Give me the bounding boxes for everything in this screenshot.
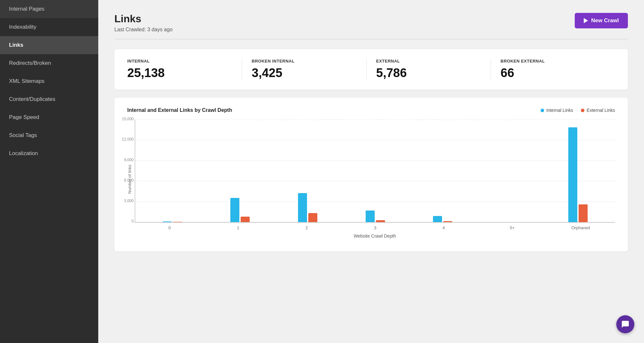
legend-item: Internal Links [541, 108, 573, 113]
x-axis-label: 4 [409, 225, 478, 230]
x-axis: 012345+Orphaned [135, 223, 615, 230]
chart-card: Internal and External Links by Crawl Dep… [114, 98, 628, 251]
legend-dot [541, 109, 544, 112]
x-axis-label: 3 [341, 225, 409, 230]
sidebar-item-redirects-broken[interactable]: Redirects/Broken [0, 54, 98, 72]
bar-group [206, 198, 274, 222]
sidebar-item-localization[interactable]: Localization [0, 144, 98, 162]
stat-value: 66 [501, 66, 605, 80]
bar-internal [366, 211, 375, 222]
bar-internal [230, 198, 239, 222]
chart-area: Number of links 15,00012,0009,0006,0003,… [127, 120, 615, 239]
stat-label: INTERNAL [127, 59, 232, 64]
x-axis-label: 1 [204, 225, 273, 230]
header-divider [114, 39, 628, 39]
stat-item-broken-external: BROKEN EXTERNAL 66 [491, 59, 615, 80]
title-section: Links Last Crawled: 3 days ago [114, 13, 173, 33]
page-title: Links [114, 13, 173, 25]
sidebar-item-internal-pages[interactable]: Internal Pages [0, 0, 98, 18]
stat-label: BROKEN EXTERNAL [501, 59, 605, 64]
stat-item-external: EXTERNAL 5,786 [367, 59, 491, 80]
x-axis-title: Website Crawl Depth [135, 233, 615, 239]
chat-icon [621, 320, 630, 328]
chart-legend: Internal Links External Links [541, 108, 615, 113]
sidebar-item-xml-sitemaps[interactable]: XML Sitemaps [0, 72, 98, 90]
bar-group [544, 127, 612, 222]
bar-group [341, 211, 409, 222]
stat-label: EXTERNAL [376, 59, 481, 64]
x-axis-label: Orphaned [546, 225, 615, 230]
stat-value: 3,425 [252, 66, 356, 80]
legend-dot [581, 109, 584, 112]
sidebar-item-indexability[interactable]: Indexability [0, 18, 98, 36]
bar-group [274, 193, 341, 222]
chart-plot: 15,00012,0009,0006,0003,0000 [135, 120, 615, 223]
bar-group [139, 221, 206, 222]
sidebar-item-links[interactable]: Links [0, 36, 98, 54]
bar-external [376, 220, 385, 222]
stat-item-internal: INTERNAL 25,138 [127, 59, 242, 80]
x-axis-label: 2 [272, 225, 341, 230]
y-axis-label: Number of links [127, 120, 132, 239]
play-icon [584, 18, 588, 23]
sidebar-item-content-duplicates[interactable]: Content/Duplicates [0, 90, 98, 108]
bar-internal [298, 193, 307, 222]
stat-label: BROKEN INTERNAL [252, 59, 356, 64]
new-crawl-button[interactable]: New Crawl [575, 13, 628, 28]
bar-external [579, 204, 588, 222]
stat-item-broken-internal: BROKEN INTERNAL 3,425 [242, 59, 366, 80]
sidebar-item-page-speed[interactable]: Page Speed [0, 108, 98, 126]
main-content: Links Last Crawled: 3 days ago New Crawl… [98, 0, 644, 343]
legend-label: External Links [587, 108, 615, 113]
x-axis-label: 0 [135, 225, 204, 230]
bar-external [308, 213, 317, 222]
sidebar-item-social-tags[interactable]: Social Tags [0, 126, 98, 144]
chart-inner: 15,00012,0009,0006,0003,0000 012345+Orph… [135, 120, 615, 239]
gridline: 6,000 [135, 181, 615, 181]
gridline: 12,000 [135, 140, 615, 140]
gridline: 9,000 [135, 161, 615, 161]
stat-value: 25,138 [127, 66, 232, 80]
chart-header: Internal and External Links by Crawl Dep… [127, 107, 615, 113]
bar-external [443, 221, 452, 222]
last-crawled-text: Last Crawled: 3 days ago [114, 27, 173, 33]
gridline: 15,000 [135, 120, 615, 120]
bar-internal [433, 216, 442, 222]
legend-item: External Links [581, 108, 615, 113]
bar-external [241, 217, 250, 222]
legend-label: Internal Links [546, 108, 573, 113]
bar-internal [163, 221, 172, 222]
x-axis-label: 5+ [478, 225, 547, 230]
chat-button[interactable] [616, 315, 634, 333]
bar-external [173, 222, 182, 222]
new-crawl-label: New Crawl [591, 17, 619, 24]
bar-internal [568, 127, 577, 222]
stat-value: 5,786 [376, 66, 481, 80]
sidebar: Internal PagesIndexabilityLinksRedirects… [0, 0, 98, 343]
chart-title: Internal and External Links by Crawl Dep… [127, 107, 232, 113]
bar-group [409, 216, 476, 222]
page-header: Links Last Crawled: 3 days ago New Crawl [114, 13, 628, 33]
stats-card: INTERNAL 25,138BROKEN INTERNAL 3,425EXTE… [114, 49, 628, 90]
